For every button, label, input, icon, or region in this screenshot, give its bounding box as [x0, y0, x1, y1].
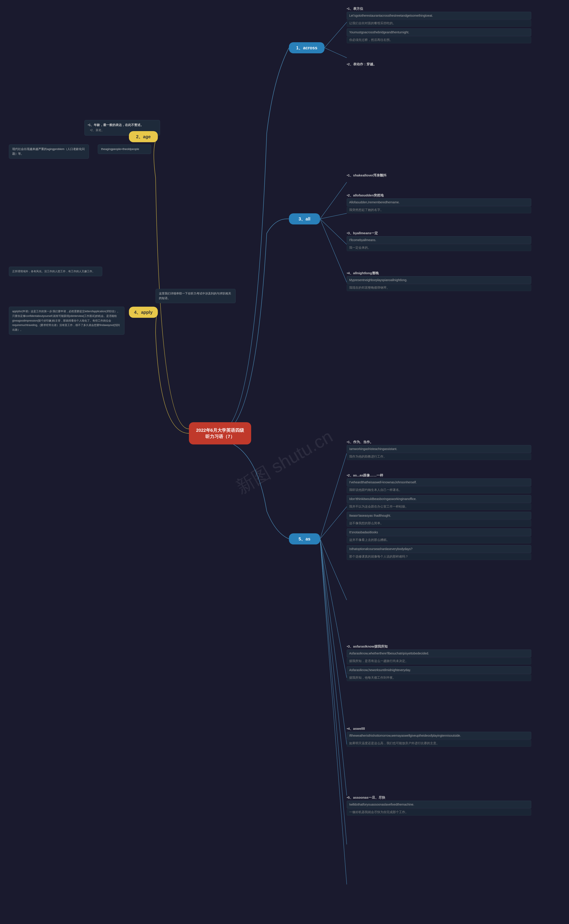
as-m2-cn3: 这不像我想的那么简单。 — [347, 520, 531, 527]
apply-note-right: 这里我们详细串联一下在听力考试中涉及到的与求职相关的短语。 — [155, 289, 236, 303]
all-m4-cn1: 我现在的邻居整晚都弹钢琴。 — [347, 284, 531, 291]
as-m2-en4: It'snotasbadasitlooks — [347, 529, 531, 536]
mindmap-container: 新图 shutu.cn 2022年6月大学英语四级 听力习语（7） 1、acro — [0, 0, 569, 924]
as-m3-label: •3、asfarasIknow据我所知 — [347, 644, 531, 649]
all-m3-cn1: 我一定会来的。 — [347, 245, 531, 251]
node-age: 2、age — [129, 131, 158, 142]
svg-line-8 — [320, 539, 347, 600]
svg-line-12 — [320, 539, 347, 845]
across-m1-en2: Youmustgoacrossthebridgeandthenturnight. — [347, 29, 531, 36]
as-m2-cn2: 我并不以为这会跟在办公室工作一样枯燥。 — [347, 503, 531, 510]
as-m2-cn4: 这并不像看上去的那么糟糕。 — [347, 536, 531, 543]
svg-line-4 — [320, 219, 347, 245]
as-m4-label: •4、aswellll — [347, 726, 531, 731]
all-m2-group: •2、allofasudden突然地 Allofasudden,Iremembe… — [347, 193, 531, 215]
across-m1-label: •1、表方位 — [347, 7, 531, 11]
as-m3-en2: AsfarasIknow,heworksuntilmidnighteveryda… — [347, 666, 531, 674]
across-m1-en1: Let'sgototherestaurantacrossthestreetand… — [347, 12, 531, 20]
svg-line-6 — [320, 453, 347, 539]
as-m1-en1: Iamworkingashisteachingassistant. — [347, 445, 531, 453]
svg-line-2 — [320, 182, 347, 219]
connector-lines — [0, 0, 569, 924]
as-m2-cn1: 我听说他跟约翰生本人自己一样著名。 — [347, 487, 531, 493]
node-all: 3、all — [289, 213, 320, 225]
as-m2-en5: Isthatoptionalcourseashardaseverybodyday… — [347, 545, 531, 553]
as-m2-en2: Idon'tthinkitwouldbeasboringasworkingina… — [347, 495, 531, 503]
as-m3-cn1: 据我所知，是否有这么一趟旅行尚未决定。 — [347, 658, 531, 664]
svg-line-0 — [324, 22, 347, 48]
as-m5-en1: Iwilldothatforyouassoonaslavefixedthemac… — [347, 801, 531, 808]
as-m3-cn2: 据我所知，他每天都工作到半夜。 — [347, 675, 531, 681]
as-m4-en1: Iftheweatheristhishottomorrow,wemayaswel… — [347, 732, 531, 740]
svg-line-10 — [320, 539, 347, 745]
as-m4-group: •4、aswellll Iftheweatheristhishottomorro… — [347, 726, 531, 748]
age-note-sub: theagingpeople=theoldpeople — [101, 147, 139, 150]
as-m2-label: •2、as...as跟像……一样 — [347, 473, 531, 477]
all-m2-label: •2、allofasudden突然地 — [347, 193, 531, 198]
as-m5-label: •5、assoonas一旦、尽快 — [347, 796, 531, 800]
center-node: 2022年6月大学英语四级 听力习语（7） — [189, 422, 251, 444]
all-m3-group: •3、byallmeans一定 I'llcomebyallmeans. 我一定会… — [347, 231, 531, 253]
as-m3-group: •3、asfarasIknow据我所知 AsfarasIknow,whether… — [347, 644, 531, 683]
all-m1-label: •1、shakeallover浑身颤抖 — [347, 173, 531, 178]
as-m1-label: •1、作为、当作。 — [347, 440, 531, 444]
as-m2-en3: Itwasn'taseasyas Ihadthought. — [347, 512, 531, 520]
all-m4-label: •4、allnightlong整晚 — [347, 271, 531, 275]
svg-line-11 — [320, 539, 347, 796]
apply-long: applyfor(申请）这是工作的第一步:我们要申请，必然需要提交lettero… — [12, 310, 120, 331]
all-m3-label: •3、byallmeans一定 — [347, 231, 531, 236]
all-m2-en1: Allofasudden,Irememberedhername. — [347, 198, 531, 206]
as-m2-group: •2、as...as跟像……一样 I'veheardthatheisaswell… — [347, 473, 531, 562]
node-as: 5、as — [289, 533, 320, 544]
svg-line-7 — [320, 507, 347, 539]
all-m3-en1: I'llcomebyallmeans. — [347, 236, 531, 244]
all-m1-group: •1、shakeallover浑身颤抖 — [347, 173, 531, 178]
across-m2-label: •2、表动作：穿越。 — [347, 62, 531, 67]
all-m4-en1: Mypresentneighborplayspianoallnightlong. — [347, 276, 531, 284]
across-meaning2-group: •2、表动作：穿越。 — [347, 62, 531, 67]
age-note-left: 现代社会出现越来越严重的agingproblem（人口老龄化问题）等。 — [12, 147, 85, 155]
apply-note-right-text: 这里我们详细串联一下在听力考试中涉及到的与求职相关的短语。 — [159, 292, 231, 300]
apply-long-text: applyfor(申请）这是工作的第一步:我们要申请，必然需要提交lettero… — [9, 307, 125, 335]
as-m2-en1: I'veheardthatheisaswell-knownasJohnsonhe… — [347, 479, 531, 486]
as-m5-group: •5、assoonas一旦、尽快 Iwilldothatforyouassoon… — [347, 796, 531, 817]
all-m4-group: •4、allnightlong整晚 Mypresentneighborplays… — [347, 271, 531, 293]
node-apply: 4、apply — [129, 307, 158, 318]
svg-line-9 — [320, 539, 347, 678]
as-m1-cn1: 我作为他的助教进行工作。 — [347, 453, 531, 460]
age-sub1-label: •1、年龄，最一般的表达，在此不赘述。 — [88, 122, 157, 127]
svg-line-13 — [320, 539, 347, 884]
across-m1-cn2: 你必须先过桥，然后再往右拐。 — [347, 36, 531, 43]
svg-line-5 — [320, 219, 347, 282]
job-desc-text: 正所谓境域外，各有风光。没工作的人想工作，有工作的人又嫌工作。 — [12, 270, 95, 273]
as-m4-cn1: 如果明天温度还是这么高，我们也可能放弃户外进行比赛的主意。 — [347, 740, 531, 747]
as-m3-en1: AsfarasIknow,whetherthere'llbesuchatripi… — [347, 650, 531, 657]
all-m2-cn1: 我突然想起了她的名字。 — [347, 207, 531, 213]
as-m5-cn1: 一修好机器我就会尽快为你完成那个工作。 — [347, 809, 531, 816]
as-m2-cn5: 那个选修课真的就像每个人说的那样难吗？ — [347, 553, 531, 560]
across-m1-cn1: 让我们去街对面的餐馆买些吃的。 — [347, 20, 531, 27]
svg-line-3 — [320, 213, 347, 219]
as-m1-group: •1、作为、当作。 Iamworkingashisteachingassista… — [347, 440, 531, 462]
age-note-sub-box: theagingpeople=theoldpeople — [98, 144, 151, 154]
age-note-box: 现代社会出现越来越严重的agingproblem（人口老龄化问题）等。 — [9, 144, 89, 159]
node-across: 1、across — [289, 42, 324, 53]
job-desc-box: 正所谓境域外，各有风光。没工作的人想工作，有工作的人又嫌工作。 — [9, 267, 102, 276]
across-meaning1-group: •1、表方位 Let'sgototherestaurantacrossthest… — [347, 7, 531, 45]
svg-line-1 — [324, 48, 347, 58]
